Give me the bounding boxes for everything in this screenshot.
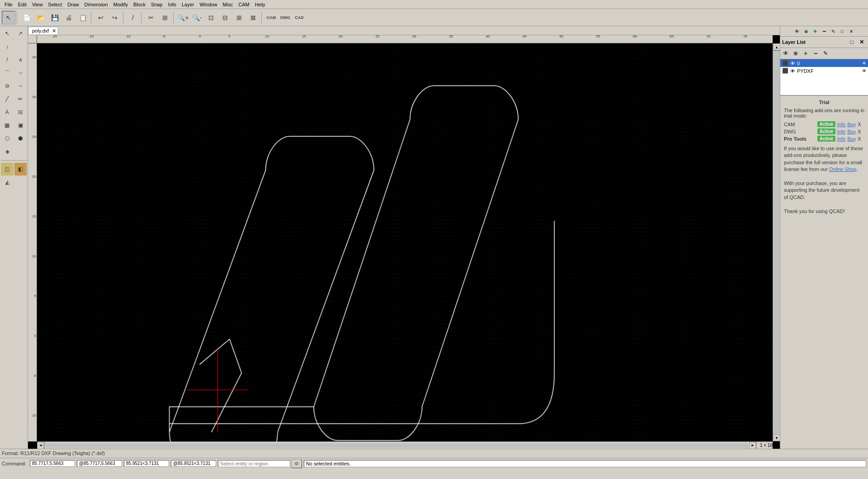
zoom-sel-btn[interactable]: ⊠ xyxy=(246,11,260,24)
rvt-btn1[interactable]: 👁 xyxy=(793,27,801,35)
tool4-btn[interactable]: ⬢ xyxy=(14,132,27,145)
hscrollbar[interactable]: ◄ ► 1 < 10 xyxy=(37,441,773,449)
menu-edit[interactable]: Edit xyxy=(15,1,29,8)
line-btn[interactable]: / xyxy=(1,53,14,66)
layer-eye-pydxf[interactable]: 👁 xyxy=(790,68,795,74)
layer-eye-off-btn[interactable]: ⊗ xyxy=(791,49,800,58)
layer-edit-btn[interactable]: ✎ xyxy=(821,49,830,58)
status-command-input[interactable] xyxy=(218,460,290,467)
scroll-track-v[interactable] xyxy=(773,51,780,434)
addon-close-dwg[interactable]: X xyxy=(858,129,861,134)
freehand-btn[interactable]: ✏ xyxy=(14,93,27,105)
tool3-btn[interactable]: ⬡ xyxy=(1,132,14,145)
addon-info-dwg[interactable]: Info xyxy=(837,129,845,134)
polyline-btn[interactable]: ∧ xyxy=(14,53,27,66)
zoom-window-btn[interactable]: ⊞ xyxy=(232,11,246,24)
hatch-btn[interactable]: ▦ xyxy=(1,119,14,132)
image-btn[interactable]: ▣ xyxy=(14,119,27,132)
redo-btn[interactable]: ↪ xyxy=(108,11,122,24)
scroll-up-btn[interactable]: ▲ xyxy=(773,43,780,51)
line2-btn[interactable]: ╱ xyxy=(1,93,14,105)
trial-description: The following add-ons are running in tri… xyxy=(784,108,864,119)
dim-btn[interactable]: ⊟ xyxy=(14,106,27,119)
scroll-left-btn[interactable]: ◄ xyxy=(37,442,44,449)
rvt-btn2[interactable]: ⊗ xyxy=(802,27,810,35)
save-file-btn[interactable]: 💾 xyxy=(48,11,61,24)
drawing-canvas[interactable] xyxy=(37,43,780,449)
menu-dimension[interactable]: Dimension xyxy=(82,1,111,8)
vscrollbar[interactable]: ▲ ▼ xyxy=(773,43,780,441)
menu-info[interactable]: Info xyxy=(165,1,179,8)
layer-item-0[interactable]: ⬛ 👁 0 👁 xyxy=(780,59,868,67)
file-tab[interactable]: poly.dxf ✕ xyxy=(28,27,58,34)
status-btn[interactable]: ⊙ xyxy=(291,459,302,468)
dwg-btn[interactable]: DWG xyxy=(278,11,292,24)
menu-misc[interactable]: Misc xyxy=(220,1,236,8)
prop2-btn[interactable]: ◧ xyxy=(14,163,27,175)
addon-status-cam: Active xyxy=(817,121,835,127)
addon-buy-cam[interactable]: Buy xyxy=(847,122,856,127)
text-btn[interactable]: A xyxy=(1,106,14,119)
menu-view[interactable]: View xyxy=(29,1,46,8)
zoom-out-btn[interactable]: 🔍- xyxy=(190,11,204,24)
rvt-edit[interactable]: ✎ xyxy=(829,27,837,35)
new-file-btn[interactable]: 📄 xyxy=(20,11,33,24)
menu-cam[interactable]: CAM xyxy=(236,1,252,8)
spline-btn[interactable]: ~ xyxy=(14,80,27,92)
layer-add-btn[interactable]: + xyxy=(801,49,810,58)
pointer2-btn[interactable]: ↗ xyxy=(14,27,27,40)
menu-draw[interactable]: Draw xyxy=(65,1,82,8)
menu-snap[interactable]: Snap xyxy=(148,1,165,8)
menu-select[interactable]: Select xyxy=(45,1,65,8)
prop-btn[interactable]: ◫ xyxy=(1,163,14,175)
print-btn[interactable]: 🖨 xyxy=(62,11,75,24)
scroll-track-h[interactable] xyxy=(45,443,748,448)
open-file-btn[interactable]: 📂 xyxy=(34,11,47,24)
arc-btn[interactable]: ⌒ xyxy=(1,66,14,79)
menu-layer[interactable]: Layer xyxy=(179,1,197,8)
addon-close-protools[interactable]: X xyxy=(858,136,861,142)
addon-info-protools[interactable]: Info xyxy=(837,136,845,142)
scroll-right-btn[interactable]: ► xyxy=(749,442,756,449)
menu-file[interactable]: File xyxy=(2,1,15,8)
file-tab-close[interactable]: ✕ xyxy=(52,28,56,34)
tool5-btn[interactable]: ◈ xyxy=(1,145,14,158)
prop3-btn[interactable]: ◭ xyxy=(1,176,14,189)
layer-remove-btn[interactable]: − xyxy=(811,49,820,58)
cad-btn[interactable]: CAD xyxy=(292,11,306,24)
menu-modify[interactable]: Modify xyxy=(111,1,131,8)
scroll-down-btn[interactable]: ▼ xyxy=(773,434,780,441)
rvt-remove[interactable]: − xyxy=(820,27,828,35)
copy-btn[interactable]: ⊞ xyxy=(158,11,172,24)
addon-info-cam[interactable]: Info xyxy=(837,122,845,127)
addon-close-cam[interactable]: X xyxy=(858,122,861,127)
rvt-close[interactable]: ✕ xyxy=(847,27,855,35)
zoom-prev-btn[interactable]: ⊟ xyxy=(218,11,232,24)
rvt-maximize[interactable]: □ xyxy=(838,27,846,35)
restrict-btn[interactable]: / xyxy=(126,11,140,24)
undo-btn[interactable]: ↩ xyxy=(94,11,108,24)
menu-window[interactable]: Window xyxy=(197,1,220,8)
addon-buy-protools[interactable]: Buy xyxy=(847,136,856,142)
cam-btn[interactable]: CAM xyxy=(264,11,278,24)
addon-buy-dwg[interactable]: Buy xyxy=(847,129,856,134)
zoom-in-btn[interactable]: 🔍+ xyxy=(176,11,190,24)
layer-eye-all-btn[interactable]: 👁 xyxy=(781,49,790,58)
circle-btn[interactable]: ○ xyxy=(14,66,27,79)
pointer-btn[interactable]: ↖ xyxy=(1,27,14,40)
print-preview-btn[interactable]: 📋 xyxy=(76,11,90,24)
layer-eye-0[interactable]: 👁 xyxy=(790,61,795,66)
zoom-fit-btn[interactable]: ⊡ xyxy=(204,11,218,24)
layer-maximize-btn[interactable]: □ xyxy=(847,38,856,47)
rvt-add[interactable]: + xyxy=(811,27,819,35)
menu-help[interactable]: Help xyxy=(252,1,268,8)
canvas-container[interactable]: poly.dxf ✕ -20 -15 -10 -5 0 5 10 15 20 2… xyxy=(28,26,780,449)
select-tool-btn[interactable]: ↖ xyxy=(2,11,15,24)
cut-btn[interactable]: ✂ xyxy=(144,11,158,24)
menu-block[interactable]: Block xyxy=(131,1,148,8)
layer-item-pydxf[interactable]: ⬛ 👁 PYDXF 👁 xyxy=(780,67,868,75)
down-btn[interactable]: ↓ xyxy=(1,40,14,53)
layer-close-btn[interactable]: ✕ xyxy=(857,38,866,47)
ellipse-btn[interactable]: ⊖ xyxy=(1,80,14,92)
trial-online-shop[interactable]: Online Shop xyxy=(829,166,857,172)
